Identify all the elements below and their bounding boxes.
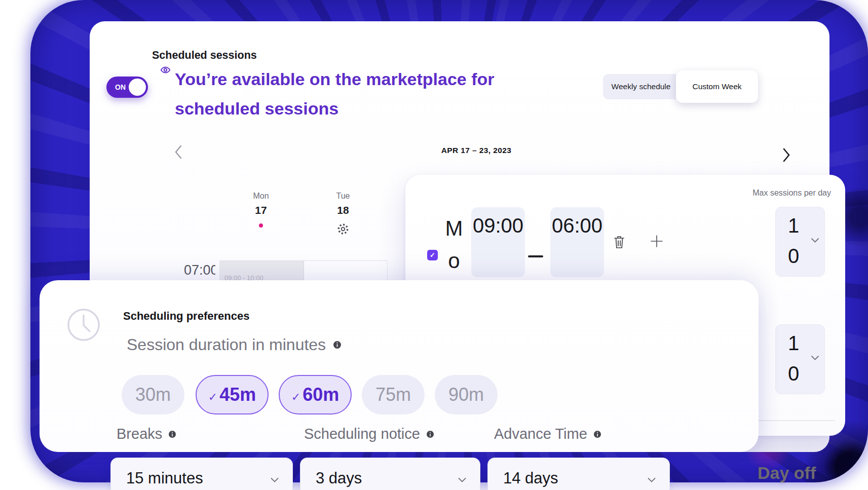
week-range-label: APR 17 – 23, 2023 bbox=[395, 146, 557, 155]
breaks-label: Breaks bbox=[117, 426, 176, 442]
gear-icon[interactable] bbox=[336, 222, 350, 236]
info-icon[interactable] bbox=[168, 430, 176, 438]
card-title: Scheduled sessions bbox=[152, 49, 257, 62]
chevron-down-icon bbox=[647, 477, 656, 483]
duration-pill-45m[interactable]: ✓45m bbox=[196, 375, 269, 414]
chevron-right-icon[interactable] bbox=[782, 148, 790, 162]
info-icon[interactable] bbox=[426, 430, 434, 438]
breaks-value: 15 minutes bbox=[126, 469, 203, 487]
chevron-left-icon[interactable] bbox=[174, 145, 182, 159]
panel-divider bbox=[759, 420, 835, 421]
duration-label: Session duration in minutes bbox=[127, 335, 326, 354]
day-column-tue: Tue 18 bbox=[317, 192, 369, 236]
scheduling-notice-label: Scheduling notice bbox=[304, 426, 434, 442]
eye-icon bbox=[161, 66, 170, 73]
tab-custom-week[interactable]: Custom Week bbox=[676, 70, 758, 103]
pill-label: 60m bbox=[303, 384, 339, 405]
chevron-down-icon bbox=[811, 238, 819, 243]
time-gutter-label: 07:00 bbox=[184, 262, 215, 278]
duration-pill-75m[interactable]: 75m bbox=[362, 375, 425, 414]
day-column-mon: Mon 17 bbox=[235, 192, 287, 228]
scheduling-preferences-card: Scheduling preferences Session duration … bbox=[40, 280, 759, 452]
start-time-input[interactable]: 09:00 bbox=[471, 207, 525, 277]
day-off-label: Day off bbox=[758, 463, 816, 483]
max-sessions-value: 10 bbox=[788, 328, 805, 389]
chevron-down-icon bbox=[811, 355, 819, 361]
scheduling-notice-select[interactable]: 3 days bbox=[300, 458, 480, 490]
preferences-title: Scheduling preferences bbox=[123, 310, 249, 323]
max-sessions-select-row1[interactable]: 10 bbox=[775, 207, 825, 277]
day-name: Mon bbox=[235, 192, 287, 201]
day-number: 17 bbox=[235, 204, 287, 216]
info-icon[interactable] bbox=[593, 430, 601, 438]
advance-time-select[interactable]: 14 days bbox=[487, 458, 670, 490]
pill-label: 75m bbox=[375, 384, 411, 405]
day-checkbox[interactable]: ✓ bbox=[427, 250, 438, 260]
info-icon[interactable] bbox=[333, 341, 342, 349]
plus-icon[interactable] bbox=[650, 234, 664, 248]
chevron-down-icon bbox=[270, 477, 279, 483]
toggle-on-label: ON bbox=[115, 83, 126, 91]
breaks-select[interactable]: 15 minutes bbox=[110, 458, 293, 490]
day-name: Tue bbox=[317, 192, 369, 201]
check-icon: ✓ bbox=[291, 391, 300, 403]
check-icon: ✓ bbox=[430, 251, 435, 259]
duration-pill-30m[interactable]: 30m bbox=[122, 375, 184, 414]
toggle-knob bbox=[129, 79, 146, 96]
duration-label-row: Session duration in minutes bbox=[127, 335, 342, 354]
duration-pill-90m[interactable]: 90m bbox=[435, 375, 498, 414]
duration-pill-60m[interactable]: ✓60m bbox=[279, 375, 352, 414]
day-abbrev-label: Mo bbox=[442, 212, 466, 277]
advance-time-value: 14 days bbox=[503, 469, 558, 487]
scheduling-notice-value: 3 days bbox=[316, 469, 362, 487]
advance-time-label: Advance Time bbox=[494, 426, 601, 442]
max-sessions-value: 10 bbox=[788, 210, 805, 271]
day-number: 18 bbox=[317, 204, 369, 216]
max-sessions-label: Max sessions per day bbox=[689, 189, 831, 198]
check-icon: ✓ bbox=[208, 391, 217, 403]
tab-weekly-schedule[interactable]: Weekly schedule bbox=[603, 74, 679, 99]
schedule-mode-tabs: Weekly schedule Custom Week bbox=[603, 74, 756, 99]
pill-label: 45m bbox=[219, 384, 256, 405]
availability-headline: You’re available on the marketplace for … bbox=[175, 64, 530, 123]
time-range-dash bbox=[528, 255, 543, 257]
pill-label: 90m bbox=[448, 384, 484, 405]
clock-icon bbox=[66, 308, 101, 342]
chevron-down-icon bbox=[458, 477, 467, 483]
screenshot-stage: Scheduled sessions ON You’re available o… bbox=[0, 0, 868, 490]
availability-toggle[interactable]: ON bbox=[106, 77, 148, 98]
event-dot bbox=[259, 223, 263, 228]
pill-label: 30m bbox=[135, 384, 171, 405]
trash-icon[interactable] bbox=[613, 235, 625, 249]
end-time-input[interactable]: 06:00 bbox=[550, 207, 604, 277]
max-sessions-select-row2[interactable]: 10 bbox=[775, 324, 825, 394]
